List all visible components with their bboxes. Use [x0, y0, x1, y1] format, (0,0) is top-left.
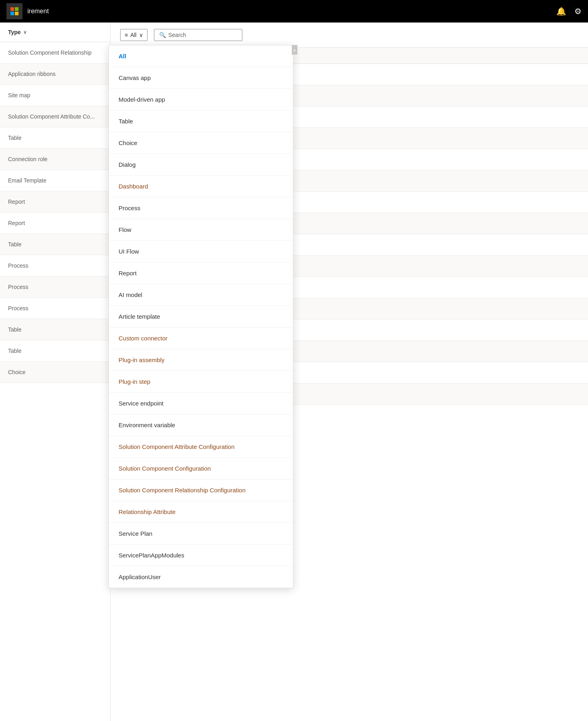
search-box[interactable]: 🔍 🔍 Search Search: [154, 29, 242, 41]
dropdown-item[interactable]: Article template: [109, 306, 293, 328]
dropdown-item[interactable]: Flow: [109, 219, 293, 241]
table-row: Table: [0, 127, 110, 149]
svg-rect-2: [10, 12, 14, 15]
dropdown-item[interactable]: ApplicationUser: [109, 566, 293, 588]
bell-icon[interactable]: 🔔: [556, 6, 566, 16]
svg-rect-0: [10, 7, 14, 11]
type-label: Type: [8, 29, 21, 35]
dropdown-item[interactable]: AI model: [109, 284, 293, 306]
table-row: Solution Component Attribute Co...: [0, 106, 110, 127]
dropdown-item[interactable]: Choice: [109, 132, 293, 154]
table-row: Process: [0, 298, 110, 319]
dropdown-item[interactable]: UI Flow: [109, 241, 293, 262]
table-row: Application ribbons: [0, 63, 110, 85]
dropdown-item[interactable]: Table: [109, 111, 293, 132]
table-row: Report: [0, 191, 110, 213]
right-panel-header: ≡ All ∨ 🔍 🔍 Search Search: [111, 23, 588, 48]
table-row: Table: [0, 319, 110, 340]
type-dropdown-menu[interactable]: AllCanvas appModel-driven appTableChoice…: [109, 45, 293, 588]
dropdown-item[interactable]: Solution Component Configuration: [109, 458, 293, 479]
filter-icon: ≡: [125, 32, 128, 38]
left-panel: Type ∨ Solution Component RelationshipAp…: [0, 23, 111, 721]
dropdown-item[interactable]: Process: [109, 197, 293, 219]
filter-all-button[interactable]: ≡ All ∨: [120, 29, 148, 41]
dropdown-item[interactable]: Dashboard: [109, 176, 293, 197]
dropdown-item[interactable]: Custom connector: [109, 328, 293, 349]
table-row: Email Template: [0, 170, 110, 191]
page-title: irement: [27, 8, 556, 15]
search-text: Search: [168, 32, 186, 38]
dropdown-item[interactable]: All: [109, 45, 293, 67]
gear-icon[interactable]: ⚙: [574, 6, 582, 16]
dropdown-item[interactable]: Dialog: [109, 154, 293, 176]
scroll-up-indicator[interactable]: [292, 45, 297, 55]
dropdown-item[interactable]: Plug-in assembly: [109, 349, 293, 371]
dropdown-item[interactable]: Service Plan: [109, 523, 293, 545]
logo: [6, 3, 23, 19]
dropdown-item[interactable]: Relationship Attribute: [109, 501, 293, 523]
dropdown-item[interactable]: Service endpoint: [109, 393, 293, 414]
table-row: Table: [0, 234, 110, 255]
chevron-down-icon: ∨: [23, 29, 27, 35]
table-row: Connection role: [0, 149, 110, 170]
table-row: Process: [0, 277, 110, 298]
main-layout: Type ∨ Solution Component RelationshipAp…: [0, 23, 588, 721]
type-list: Solution Component RelationshipApplicati…: [0, 42, 110, 383]
table-row: Process: [0, 255, 110, 277]
type-filter-header[interactable]: Type ∨: [0, 23, 110, 42]
dropdown-item[interactable]: Plug-in step: [109, 371, 293, 393]
table-row: Table: [0, 340, 110, 362]
search-icon: 🔍: [159, 32, 166, 38]
dropdown-item[interactable]: Solution Component Relationship Configur…: [109, 479, 293, 501]
dropdown-item[interactable]: Environment variable: [109, 414, 293, 436]
table-row: Report: [0, 213, 110, 234]
dropdown-item[interactable]: Canvas app: [109, 67, 293, 89]
dropdown-item[interactable]: ServicePlanAppModules: [109, 545, 293, 566]
top-bar-icons: 🔔 ⚙: [556, 6, 582, 16]
filter-all-label: All: [130, 32, 137, 38]
filter-chevron-icon: ∨: [139, 32, 143, 38]
svg-rect-3: [15, 12, 18, 15]
table-row: Site map: [0, 85, 110, 106]
dropdown-item[interactable]: Solution Component Attribute Configurati…: [109, 436, 293, 458]
table-row: Solution Component Relationship: [0, 42, 110, 63]
table-row: Choice: [0, 362, 110, 383]
top-bar: irement 🔔 ⚙: [0, 0, 588, 23]
dropdown-item[interactable]: Model-driven app: [109, 89, 293, 111]
dropdown-item[interactable]: Report: [109, 262, 293, 284]
svg-rect-1: [15, 7, 18, 11]
